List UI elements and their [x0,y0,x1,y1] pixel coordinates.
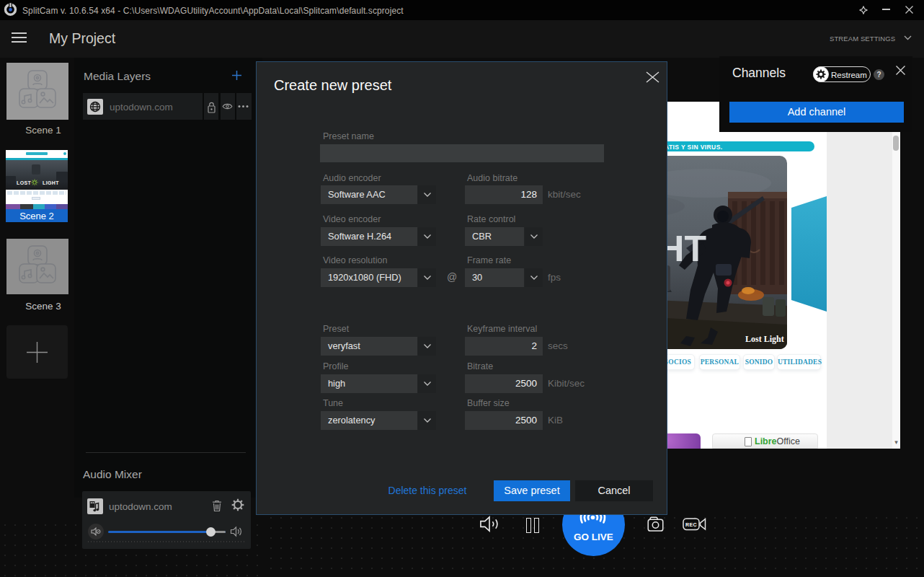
svg-text:REC: REC [685,522,697,527]
svg-text:Lost Light: Lost Light [745,334,784,344]
